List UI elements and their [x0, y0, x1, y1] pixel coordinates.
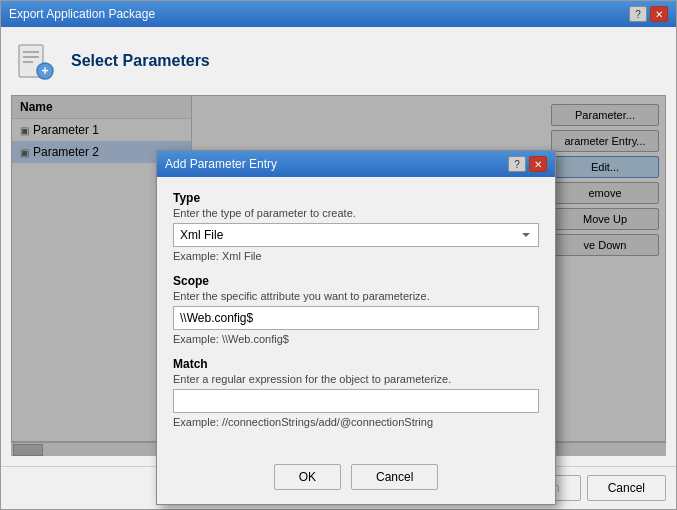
modal-content: Type Enter the type of parameter to crea…: [157, 177, 555, 454]
scope-input[interactable]: [173, 306, 539, 330]
main-help-button[interactable]: ?: [629, 6, 647, 22]
scope-section: Scope Enter the specific attribute you w…: [173, 274, 539, 345]
modal-close-button[interactable]: ✕: [529, 156, 547, 172]
modal-title: Add Parameter Entry: [165, 157, 277, 171]
ok-button[interactable]: OK: [274, 464, 341, 490]
scope-label: Scope: [173, 274, 539, 288]
modal-titlebar: Add Parameter Entry ? ✕: [157, 151, 555, 177]
match-description: Enter a regular expression for the objec…: [173, 373, 539, 385]
type-example: Example: Xml File: [173, 250, 539, 262]
modal-help-button[interactable]: ?: [508, 156, 526, 172]
main-window: Export Application Package ? ✕ + Select …: [0, 0, 677, 510]
cancel-button[interactable]: Cancel: [587, 475, 666, 501]
modal-dialog: Add Parameter Entry ? ✕ Type Enter the t…: [156, 150, 556, 505]
scope-description: Enter the specific attribute you want to…: [173, 290, 539, 302]
svg-rect-2: [23, 56, 39, 58]
main-close-button[interactable]: ✕: [650, 6, 668, 22]
match-label: Match: [173, 357, 539, 371]
match-section: Match Enter a regular expression for the…: [173, 357, 539, 428]
main-window-title: Export Application Package: [9, 7, 155, 21]
type-label: Type: [173, 191, 539, 205]
match-example: Example: //connectionStrings/add/@connec…: [173, 416, 539, 428]
type-section: Type Enter the type of parameter to crea…: [173, 191, 539, 262]
modal-overlay: Add Parameter Entry ? ✕ Type Enter the t…: [11, 95, 666, 456]
main-wrapper: Name ▣ Parameter 1 ▣ Parameter 2 Paramet…: [11, 95, 666, 456]
page-title: Select Parameters: [71, 52, 210, 70]
modal-cancel-button[interactable]: Cancel: [351, 464, 438, 490]
scope-example: Example: \\Web.config$: [173, 333, 539, 345]
type-select[interactable]: Xml File Text File Registry: [173, 223, 539, 247]
header-area: + Select Parameters: [11, 37, 666, 85]
main-content: + Select Parameters Name ▣ Parameter 1 ▣…: [1, 27, 676, 466]
type-description: Enter the type of parameter to create.: [173, 207, 539, 219]
modal-footer: OK Cancel: [157, 454, 555, 504]
svg-text:+: +: [41, 64, 48, 78]
header-icon: +: [11, 37, 59, 85]
main-titlebar-buttons: ? ✕: [629, 6, 668, 22]
match-input[interactable]: [173, 389, 539, 413]
modal-titlebar-buttons: ? ✕: [508, 156, 547, 172]
main-titlebar: Export Application Package ? ✕: [1, 1, 676, 27]
svg-rect-1: [23, 51, 39, 53]
svg-rect-3: [23, 61, 33, 63]
